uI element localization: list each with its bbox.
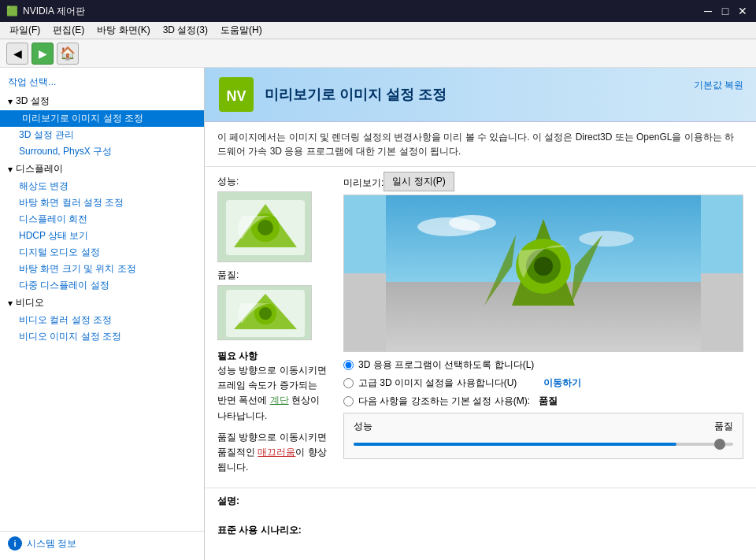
slider-track (354, 443, 733, 446)
description-label: 설명: (217, 495, 743, 508)
default-restore-link[interactable]: 기본값 복원 (694, 76, 743, 92)
tree-expand-video: ▾ (8, 298, 13, 309)
tree-header-display[interactable]: ▾ 디스플레이 (0, 160, 204, 178)
sidebar-item-rotate[interactable]: 디스플레이 회전 (0, 211, 204, 228)
note-quality-highlight: 매끄러움 (258, 447, 295, 458)
system-info-label: 시스템 정보 (27, 537, 76, 551)
sidebar-item-resolution[interactable]: 해상도 변경 (0, 178, 204, 195)
radio-group: 3D 응용 프로그램이 선택하도록 합니다(L) 고급 3D 이미지 설정을 사… (343, 358, 743, 408)
note-quality-text: 품질 방향으로 이동시키면 품질적인 매끄러움이 향상됩니다. (217, 430, 328, 476)
right-column: 미리보기: 일시 정지(P) (343, 175, 743, 475)
svg-point-20 (534, 257, 553, 276)
tree-group-display: ▾ 디스플레이 해상도 변경 바탕 화면 컬러 설정 조정 디스플레이 회전 H… (0, 160, 204, 294)
minimize-button[interactable]: ─ (701, 4, 715, 18)
app-icon: 🟩 (6, 6, 18, 17)
radio-app-select-label: 3D 응용 프로그램이 선택하도록 합니다(L) (358, 358, 534, 372)
back-button[interactable]: ◀ (6, 43, 28, 65)
menu-bar: 파일(F) 편집(E) 바탕 화면(K) 3D 설정(3) 도움말(H) (0, 22, 756, 39)
slider-container (354, 436, 733, 452)
forward-button[interactable]: ▶ (32, 43, 54, 65)
radio-emphasis[interactable] (343, 396, 354, 406)
home-button[interactable]: 🏠 (57, 43, 79, 65)
page-desc-text: 이 페이지에서는 이미지 및 렌더링 설정의 변경사항을 미리 볼 수 있습니다… (217, 132, 734, 157)
sidebar-item-color-adjust[interactable]: 바탕 화면 컬러 설정 조정 (0, 195, 204, 211)
toolbar: ◀ ▶ 🏠 (0, 39, 756, 68)
left-column: 성능: 품질: (217, 175, 328, 475)
radio-advanced[interactable] (343, 378, 354, 388)
description-section: 설명: (205, 488, 756, 517)
tree-header-3d-label: 3D 설정 (16, 95, 50, 108)
tree-header-display-label: 디스플레이 (16, 162, 63, 176)
radio-emphasis-label: 다음 사항을 강조하는 기본 설정 사용(M): 품질 (358, 395, 558, 408)
radio-advanced-label: 고급 3D 이미지 설정을 사용합니다(U) 이동하기 (358, 376, 581, 390)
sidebar-item-video-color[interactable]: 비디오 컬러 설정 조정 (0, 312, 204, 328)
move-link[interactable]: 이동하기 (543, 377, 581, 388)
svg-point-6 (258, 220, 273, 235)
sidebar-item-digital-audio[interactable]: 디지털 오디오 설정 (0, 244, 204, 261)
menu-desktop[interactable]: 바탕 화면(K) (91, 22, 156, 39)
system-info-link[interactable]: i 시스템 정보 (8, 536, 196, 551)
sidebar-bottom: i 시스템 정보 (0, 531, 204, 555)
slider-left-label: 성능 (354, 420, 372, 433)
radio-row-1: 3D 응용 프로그램이 선택하도록 합니다(L) (343, 358, 743, 372)
sidebar-item-3d-manage[interactable]: 3D 설정 관리 (0, 127, 204, 143)
sidebar-item-video-image[interactable]: 비디오 이미지 설정 조정 (0, 328, 204, 345)
tree-group-video: ▾ 비디오 비디오 컬러 설정 조정 비디오 이미지 설정 조정 (0, 294, 204, 345)
sidebar-item-hdcp[interactable]: HDCP 상태 보기 (0, 228, 204, 244)
slider-fill (354, 443, 676, 446)
sidebar-item-size-position[interactable]: 바탕 화면 크기 및 위치 조정 (0, 261, 204, 277)
sidebar-item-preview-image[interactable]: 미리보기로 이미지 설정 조정 (0, 110, 204, 127)
system-info-icon: i (8, 536, 22, 551)
radio-row-3: 다음 사항을 강조하는 기본 설정 사용(M): 품질 (343, 395, 743, 408)
tree-expand-3d: ▾ (8, 96, 13, 107)
svg-point-11 (259, 307, 272, 320)
window-title: NVIDIA 제어판 (23, 5, 85, 18)
svg-text:NV: NV (226, 88, 246, 104)
page-header: NV 미리보기로 이미지 설정 조정 기본값 복원 (205, 68, 756, 122)
performance-preview (217, 191, 312, 262)
note-performance-highlight: 계단 (270, 395, 289, 406)
nvidia-page-icon: NV (217, 76, 255, 113)
content-columns: 성능: 품질: (205, 167, 756, 483)
menu-edit[interactable]: 편집(E) (46, 22, 91, 39)
tree-expand-display: ▾ (8, 164, 13, 175)
sidebar-item-multi-display[interactable]: 다중 디스플레이 설정 (0, 277, 204, 294)
tree-header-3d[interactable]: ▾ 3D 설정 (0, 92, 204, 110)
task-select-label[interactable]: 작업 선택... (0, 72, 204, 92)
sidebar: 작업 선택... ▾ 3D 설정 미리보기로 이미지 설정 조정 3D 설정 관… (0, 68, 205, 560)
quality-emphasis-text: 품질 (539, 395, 558, 406)
main-preview (343, 195, 743, 352)
menu-help[interactable]: 도움말(H) (214, 22, 269, 39)
note-title: 필요 사항 (217, 350, 328, 363)
maximize-button[interactable]: □ (718, 4, 732, 18)
note-performance-text: 성능 방향으로 이동시키면 프레임 속도가 증가되는 반면 폭선에 계단 현상이… (217, 363, 328, 424)
svg-point-15 (449, 215, 496, 231)
radio-row-2: 고급 3D 이미지 설정을 사용합니다(U) 이동하기 (343, 376, 743, 390)
tree-header-video[interactable]: ▾ 비디오 (0, 294, 204, 312)
sidebar-item-surround-physx[interactable]: Surround, PhysX 구성 (0, 143, 204, 160)
menu-file[interactable]: 파일(F) (3, 22, 46, 39)
preview-section-label: 미리보기: (343, 176, 384, 190)
slider-section: 성능 품질 (343, 413, 743, 459)
tree-group-3d: ▾ 3D 설정 미리보기로 이미지 설정 조정 3D 설정 관리 Surroun… (0, 92, 204, 160)
radio-app-select[interactable] (343, 360, 354, 370)
close-button[interactable]: ✕ (736, 4, 750, 18)
svg-point-16 (579, 231, 634, 247)
page-title: 미리보기로 이미지 설정 조정 (265, 85, 447, 104)
slider-right-label: 품질 (714, 420, 733, 433)
pause-button[interactable]: 일시 정지(P) (384, 172, 454, 191)
content-area: NV 미리보기로 이미지 설정 조정 기본값 복원 이 페이지에서는 이미지 및… (205, 68, 756, 560)
scenario-label: 표준 사용 시나리오: (205, 517, 756, 540)
performance-label: 성능: (217, 175, 328, 188)
tree-header-video-label: 비디오 (16, 296, 44, 310)
menu-3d[interactable]: 3D 설정(3) (157, 22, 214, 39)
slider-thumb[interactable] (714, 439, 725, 450)
quality-preview (217, 285, 312, 340)
page-description: 이 페이지에서는 이미지 및 렌더링 설정의 변경사항을 미리 볼 수 있습니다… (205, 122, 756, 167)
title-bar: 🟩 NVIDIA 제어판 ─ □ ✕ (0, 0, 756, 22)
quality-label: 품질: (217, 269, 328, 282)
